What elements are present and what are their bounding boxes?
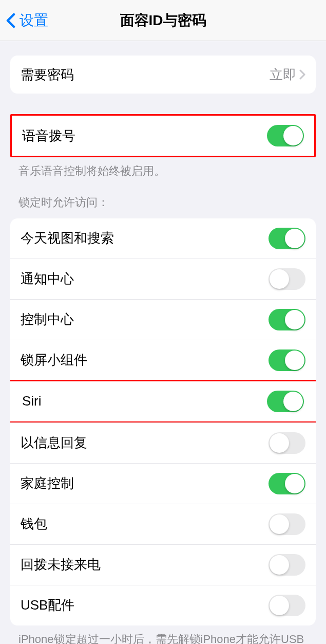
back-label: 设置 xyxy=(20,11,48,30)
lock-access-row: 钱包 xyxy=(10,504,316,544)
usb-footer: iPhone锁定超过一小时后，需先解锁iPhone才能允许USB配件连接。 xyxy=(0,625,326,644)
voice-dial-label: 语音拨号 xyxy=(22,127,267,145)
lock-access-switch[interactable] xyxy=(267,391,304,412)
lock-access-switch[interactable] xyxy=(269,554,305,576)
lock-access-label: 今天视图和搜索 xyxy=(21,229,269,247)
lock-access-label: 控制中心 xyxy=(21,310,269,328)
back-button[interactable]: 设置 xyxy=(0,11,48,30)
lock-access-switch[interactable] xyxy=(269,432,305,454)
lock-access-switch[interactable] xyxy=(269,268,305,290)
lock-access-label: 家庭控制 xyxy=(21,474,269,492)
lock-access-row: 通知中心 xyxy=(10,259,316,299)
lock-access-row: 家庭控制 xyxy=(10,463,316,504)
chevron-right-icon xyxy=(299,69,305,80)
lock-access-row: 锁屏小组件 xyxy=(10,340,316,380)
require-passcode-label: 需要密码 xyxy=(21,66,270,84)
page-title: 面容ID与密码 xyxy=(120,11,206,30)
lock-access-label: 通知中心 xyxy=(21,270,269,288)
voice-dial-footer: 音乐语音控制将始终被启用。 xyxy=(0,157,326,179)
require-passcode-value: 立即 xyxy=(270,66,296,84)
voice-dial-row: 语音拨号 xyxy=(12,116,314,156)
lock-access-label: 以信息回复 xyxy=(21,434,269,452)
lock-access-row: 控制中心 xyxy=(10,299,316,340)
lock-access-group: 今天视图和搜索通知中心控制中心锁屏小组件Siri以信息回复家庭控制钱包回拨未接来… xyxy=(10,218,316,625)
lock-access-row: 以信息回复 xyxy=(10,422,316,463)
lock-access-switch[interactable] xyxy=(269,595,305,616)
voice-dial-group: 语音拨号 xyxy=(10,114,316,157)
lock-access-label: USB配件 xyxy=(21,596,269,614)
lock-access-header: 锁定时允许访问： xyxy=(0,179,326,215)
chevron-left-icon xyxy=(6,13,15,28)
lock-access-row: Siri xyxy=(10,380,316,423)
lock-access-switch[interactable] xyxy=(269,473,305,494)
header-bar: 设置 面容ID与密码 xyxy=(0,0,326,41)
lock-access-row: 回拨未接来电 xyxy=(10,544,316,585)
voice-dial-switch[interactable] xyxy=(267,125,304,146)
require-passcode-group: 需要密码 立即 xyxy=(10,56,316,94)
lock-access-switch[interactable] xyxy=(269,228,305,249)
lock-access-switch[interactable] xyxy=(269,349,305,371)
lock-access-row: USB配件 xyxy=(10,585,316,625)
lock-access-label: 回拨未接来电 xyxy=(21,556,269,574)
lock-access-switch[interactable] xyxy=(269,309,305,330)
lock-access-row: 今天视图和搜索 xyxy=(10,218,316,259)
require-passcode-row[interactable]: 需要密码 立即 xyxy=(10,56,316,94)
lock-access-switch[interactable] xyxy=(269,513,305,535)
lock-access-label: 锁屏小组件 xyxy=(21,351,269,369)
lock-access-label: 钱包 xyxy=(21,515,269,533)
lock-access-label: Siri xyxy=(22,393,267,409)
